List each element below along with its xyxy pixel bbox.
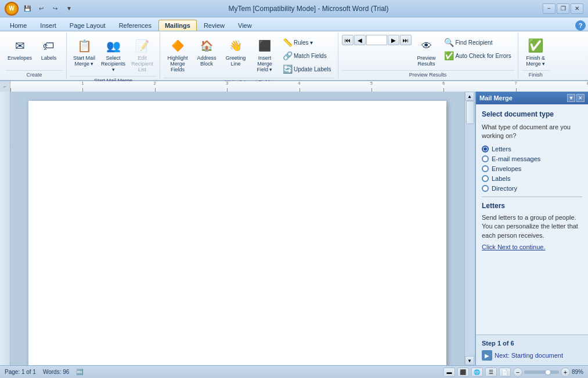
- scroll-down-button[interactable]: ▼: [465, 356, 474, 365]
- update-labels-button[interactable]: 🔄 Update Labels: [280, 63, 334, 75]
- zoom-slider[interactable]: [524, 370, 559, 374]
- match-fields-button[interactable]: 🔗 Match Fields: [280, 49, 334, 62]
- help-button[interactable]: ?: [575, 20, 586, 31]
- select-recipients-icon: 👥: [104, 37, 122, 55]
- match-fields-label: Match Fields: [294, 53, 327, 59]
- ribbon-group-write-insert: 🔶 HighlightMerge Fields 🏠 AddressBlock 👋…: [160, 32, 338, 79]
- find-recipient-label: Find Recipient: [456, 39, 493, 46]
- office-logo[interactable]: W: [5, 2, 19, 16]
- draft-view-button[interactable]: 📄: [499, 368, 511, 377]
- preview-nav-group: ⏮ ◀ ▶ ⏭: [342, 35, 412, 45]
- option-labels-label: Labels: [492, 175, 510, 182]
- tab-page-layout[interactable]: Page Layout: [63, 20, 112, 31]
- save-qat-button[interactable]: 💾: [22, 3, 33, 14]
- write-insert-small-buttons: 📏 Rules ▾ 🔗 Match Fields 🔄 Update Labels: [280, 35, 334, 77]
- spelling-icon[interactable]: 🔤: [76, 369, 83, 375]
- preview-results-icon: 👁: [417, 37, 436, 55]
- scroll-track[interactable]: [465, 101, 475, 356]
- first-record-button[interactable]: ⏮: [342, 35, 353, 45]
- edit-recipient-list-button[interactable]: 📝 Edit Recipient List: [128, 35, 156, 75]
- auto-check-label: Auto Check for Errors: [456, 53, 511, 59]
- rules-button[interactable]: 📏 Rules ▾: [280, 36, 334, 49]
- auto-check-button[interactable]: ✅ Auto Check for Errors: [442, 49, 514, 62]
- envelopes-button[interactable]: ✉ Envelopes: [6, 35, 34, 63]
- select-recipients-button[interactable]: 👥 SelectRecipients ▾: [99, 35, 127, 75]
- last-record-button[interactable]: ⏭: [400, 35, 412, 45]
- find-recipient-button[interactable]: 🔍 Find Recipient: [442, 36, 514, 49]
- panel-header: Mail Merge ▼ ✕: [476, 92, 588, 104]
- preview-results-button[interactable]: 👁 PreviewResults: [413, 35, 441, 69]
- start-mail-merge-label: Start MailMerge ▾: [73, 56, 95, 67]
- outline-view-button[interactable]: ☰: [485, 368, 497, 377]
- tab-insert[interactable]: Insert: [34, 20, 63, 31]
- page-info: Page: 1 of 1: [5, 369, 36, 375]
- record-number-input[interactable]: [366, 35, 387, 45]
- undo-qat-button[interactable]: ↩: [36, 3, 46, 14]
- next-link[interactable]: ▶ Next: Starting document: [482, 350, 582, 361]
- radio-labels-circle: [482, 175, 489, 182]
- scroll-thumb[interactable]: [466, 101, 474, 124]
- greeting-line-button[interactable]: 👋 GreetingLine: [222, 35, 250, 69]
- document-area[interactable]: [10, 92, 464, 365]
- tab-view[interactable]: View: [232, 20, 258, 31]
- status-bar: Page: 1 of 1 Words: 96 🔤 ▬ ⬛ 🌐 ☰ 📄 − + 8…: [0, 365, 588, 378]
- zoom-percentage: 89%: [572, 369, 583, 375]
- info-link[interactable]: Click Next to continue.: [482, 243, 582, 250]
- window-title: MyTem [Compatibility Mode] - Microsoft W…: [74, 5, 543, 13]
- zoom-slider-thumb[interactable]: [545, 369, 551, 375]
- finish-merge-button[interactable]: ✅ Finish &Merge ▾: [522, 35, 550, 69]
- zoom-in-button[interactable]: +: [561, 368, 570, 377]
- highlight-merge-fields-button[interactable]: 🔶 HighlightMerge Fields: [164, 35, 192, 75]
- vertical-ruler: [0, 92, 10, 365]
- tab-references[interactable]: References: [113, 20, 158, 31]
- tab-home[interactable]: Home: [3, 20, 33, 31]
- panel-close-button[interactable]: ✕: [576, 94, 585, 102]
- option-labels[interactable]: Labels: [482, 175, 582, 182]
- nav-top-row: ⏮ ◀ ▶ ⏭: [342, 35, 412, 45]
- envelopes-label: Envelopes: [8, 56, 32, 61]
- web-layout-view-button[interactable]: 🌐: [471, 368, 483, 377]
- scroll-up-button[interactable]: ▲: [465, 92, 474, 101]
- finish-group-label: Finish: [522, 70, 550, 78]
- next-record-button[interactable]: ▶: [388, 35, 399, 45]
- ribbon: ✉ Envelopes 🏷 Labels Create 📋 Start Mail…: [0, 31, 588, 81]
- document-page: [28, 101, 446, 365]
- rules-label: Rules ▾: [294, 39, 313, 46]
- highlight-merge-fields-icon: 🔶: [168, 37, 187, 55]
- customize-qat-button[interactable]: ▼: [64, 3, 74, 14]
- tab-mailings[interactable]: Mailings: [158, 20, 197, 31]
- option-directory[interactable]: Directory: [482, 185, 582, 192]
- tab-review[interactable]: Review: [197, 20, 231, 31]
- ribbon-group-create: ✉ Envelopes 🏷 Labels Create: [2, 32, 67, 79]
- option-letters[interactable]: Letters: [482, 146, 582, 152]
- labels-button[interactable]: 🏷 Labels: [35, 35, 63, 63]
- restore-button[interactable]: ❐: [557, 3, 569, 14]
- radio-directory-circle: [482, 185, 489, 192]
- mail-merge-panel: Mail Merge ▼ ✕ Select document type What…: [475, 92, 588, 365]
- minimize-button[interactable]: −: [543, 3, 555, 14]
- start-mail-merge-icon: 📋: [75, 37, 93, 55]
- close-button[interactable]: ✕: [571, 3, 583, 14]
- prev-record-button[interactable]: ◀: [354, 35, 366, 45]
- horizontal-ruler: 12345678: [10, 81, 588, 92]
- zoom-out-button[interactable]: −: [513, 368, 522, 377]
- ruler-area: ⌐ 12345678: [0, 81, 588, 92]
- ribbon-tabs: Home Insert Page Layout References Maili…: [0, 17, 588, 31]
- print-layout-view-button[interactable]: ▬: [443, 368, 455, 377]
- info-heading: Letters: [482, 202, 582, 210]
- address-block-button[interactable]: 🏠 AddressBlock: [193, 35, 221, 69]
- radio-envelopes-circle: [482, 165, 489, 172]
- option-email-messages[interactable]: E-mail messages: [482, 155, 582, 162]
- word-count: Words: 96: [43, 369, 69, 375]
- option-envelopes[interactable]: Envelopes: [482, 165, 582, 172]
- zoom-control: − + 89%: [513, 368, 583, 377]
- insert-merge-field-button[interactable]: ⬛ Insert MergeField ▾: [251, 35, 279, 75]
- panel-collapse-button[interactable]: ▼: [567, 94, 575, 102]
- info-text: Send letters to a group of people. You c…: [482, 213, 582, 240]
- full-screen-view-button[interactable]: ⬛: [457, 368, 469, 377]
- vertical-scrollbar[interactable]: ▲ ▼: [464, 92, 475, 365]
- insert-merge-field-label: Insert MergeField ▾: [252, 56, 277, 73]
- redo-qat-button[interactable]: ↪: [50, 3, 60, 14]
- start-mail-merge-button[interactable]: 📋 Start MailMerge ▾: [70, 35, 98, 69]
- greeting-line-icon: 👋: [226, 37, 245, 55]
